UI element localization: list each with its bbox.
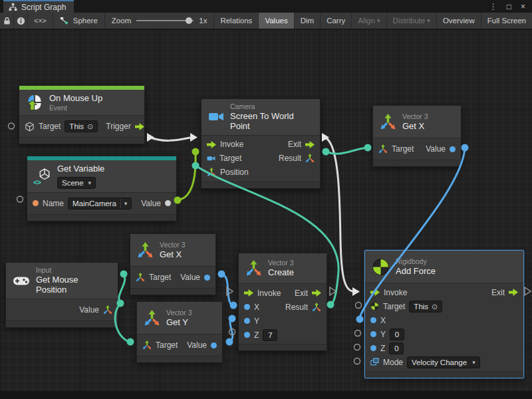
node-category: Vector 3: [166, 309, 192, 317]
float-port-icon[interactable]: [244, 332, 250, 338]
node-get-x-top[interactable]: Vector 3 Get X Target Value: [372, 105, 462, 167]
node-add-force[interactable]: Rigidbody Add Force Invoke Exit Target T…: [364, 250, 524, 378]
unity-script-graph-window: Script Graph ⋮ □ × <×> Sphere: [0, 0, 532, 399]
port-row-z[interactable]: Z 0: [365, 341, 523, 355]
port-label-name: Name: [43, 199, 64, 208]
node-get-y[interactable]: Vector 3 Get Y Target Value: [136, 301, 223, 363]
node-vector3-create[interactable]: Vector 3 Create Invoke Exit X Result: [238, 253, 327, 351]
node-get-mouse-position[interactable]: Input Get Mouse Position Value: [5, 262, 118, 328]
dim-button[interactable]: Dim: [294, 13, 320, 29]
target-this-value: This: [69, 122, 84, 131]
window-menu-icon[interactable]: ⋮: [489, 3, 497, 11]
lock-button[interactable]: [0, 13, 14, 29]
variable-name-dropdown[interactable]: MainCamera ▾: [68, 198, 132, 209]
port-row-invoke-exit[interactable]: Invoke Exit: [239, 286, 327, 300]
overview-button[interactable]: Overview: [436, 13, 481, 29]
zoom-value: 1x: [199, 17, 207, 25]
enum-port-icon: [370, 358, 379, 366]
node-header[interactable]: Rigidbody Add Force: [365, 251, 523, 283]
port-row-name-value[interactable]: Name MainCamera ▾ Value: [27, 195, 176, 212]
port-row-target-value[interactable]: Target Value: [130, 269, 215, 286]
align-button[interactable]: Align ▾: [351, 13, 386, 29]
float-port-icon[interactable]: [370, 317, 376, 323]
port-row-invoke-exit[interactable]: Invoke Exit: [201, 138, 320, 152]
port-row-target-value[interactable]: Target Value: [373, 140, 461, 158]
node-on-mouse-up[interactable]: On Mouse Up Event Target This ⊙ Trigger: [19, 85, 145, 144]
chevron-down-icon[interactable]: ▾: [120, 199, 128, 208]
z-value: 0: [394, 344, 398, 353]
node-header[interactable]: Input Get Mouse Position: [6, 263, 118, 299]
node-header[interactable]: Vector 3 Create: [239, 253, 327, 284]
values-button[interactable]: Values: [258, 13, 293, 29]
node-footer: [373, 160, 461, 166]
port-row-target-result[interactable]: Target Result: [201, 152, 320, 166]
info-button[interactable]: [14, 13, 28, 29]
node-get-x[interactable]: Vector 3 Get X Target Value: [130, 233, 216, 295]
port-row-z[interactable]: Z 7: [239, 328, 327, 342]
variable-scope-dropdown[interactable]: Scene ▾: [57, 177, 96, 189]
node-footer: [201, 182, 320, 188]
port-row-target-value[interactable]: Target Value: [137, 336, 222, 354]
port-label-mode: Mode: [383, 358, 403, 367]
chevron-down-icon: ▾: [427, 17, 430, 24]
port-row-x[interactable]: X: [365, 313, 523, 327]
relations-button[interactable]: Relations: [213, 13, 258, 29]
graph-context[interactable]: Sphere: [53, 13, 105, 29]
port-row-position[interactable]: Position: [201, 166, 320, 180]
flow-output-icon: [135, 123, 144, 130]
chevron-down-icon: ▾: [377, 17, 380, 24]
node-header[interactable]: <> Get Variable Scene ▾: [27, 160, 176, 193]
float-port-icon[interactable]: [370, 345, 376, 351]
object-picker-icon[interactable]: ⊙: [432, 302, 438, 311]
float-port-icon[interactable]: [244, 304, 250, 310]
zoom-slider[interactable]: [136, 17, 194, 25]
fullscreen-button[interactable]: Full Screen: [481, 13, 532, 29]
float-port-icon[interactable]: [204, 275, 210, 281]
port-row-value[interactable]: Value: [6, 301, 118, 319]
carry-button[interactable]: Carry: [320, 13, 351, 29]
mode-dropdown[interactable]: Velocity Change ▾: [407, 356, 480, 368]
node-header[interactable]: Vector 3 Get X: [373, 106, 461, 138]
object-port-icon[interactable]: [165, 200, 171, 206]
distribute-button[interactable]: Distribute ▾: [386, 13, 436, 29]
port-row-y[interactable]: Y: [239, 314, 327, 328]
float-port-icon[interactable]: [244, 318, 250, 324]
code-view-button[interactable]: <×>: [28, 13, 53, 29]
node-header[interactable]: On Mouse Up Event: [19, 90, 144, 116]
port-row-y[interactable]: Y 0: [365, 327, 523, 341]
string-port-icon[interactable]: [33, 200, 39, 206]
node-header[interactable]: Vector 3 Get Y: [137, 302, 222, 334]
node-header[interactable]: Vector 3 Get X: [130, 234, 215, 267]
align-label: Align: [358, 17, 375, 25]
flow-input-icon: [244, 289, 253, 297]
target-this-field[interactable]: This ⊙: [65, 120, 98, 132]
port-row-invoke-exit[interactable]: Invoke Exit: [365, 285, 523, 299]
port-row-mode[interactable]: Mode Velocity Change ▾: [365, 355, 523, 369]
port-row-x-result[interactable]: X Result: [239, 300, 327, 314]
target-this-field[interactable]: This ⊙: [409, 301, 442, 313]
maximize-icon[interactable]: □: [507, 3, 511, 11]
port-row-target[interactable]: Target This ⊙: [365, 299, 523, 313]
float-port-icon[interactable]: [211, 342, 217, 348]
camera-port-icon: [207, 154, 215, 163]
port-row-target-trigger[interactable]: Target This ⊙ Trigger: [19, 118, 144, 135]
node-footer: [19, 137, 144, 144]
z-value-field[interactable]: 0: [389, 342, 404, 354]
z-value-field[interactable]: 7: [263, 329, 277, 341]
float-port-icon[interactable]: [450, 146, 456, 152]
node-screen-to-world-point[interactable]: Camera Screen To World Point Invoke Exit…: [201, 98, 321, 189]
tab-script-graph[interactable]: Script Graph: [3, 0, 74, 13]
node-get-variable[interactable]: <> Get Variable Scene ▾ Name MainCamera …: [27, 156, 177, 221]
y-value-field[interactable]: 0: [390, 329, 404, 340]
vector3-icon: [137, 242, 154, 259]
mouse-up-icon: [26, 94, 43, 111]
close-icon[interactable]: ×: [521, 3, 525, 11]
zoom-slider-handle[interactable]: [186, 17, 192, 24]
port-label-target: Target: [383, 302, 405, 311]
node-header[interactable]: Camera Screen To World Point: [201, 99, 320, 136]
dim-label: Dim: [301, 17, 314, 25]
float-port-icon[interactable]: [370, 331, 376, 337]
object-picker-icon[interactable]: ⊙: [87, 122, 93, 131]
node-title: Add Force: [396, 266, 436, 277]
node-title: Create: [268, 267, 294, 278]
